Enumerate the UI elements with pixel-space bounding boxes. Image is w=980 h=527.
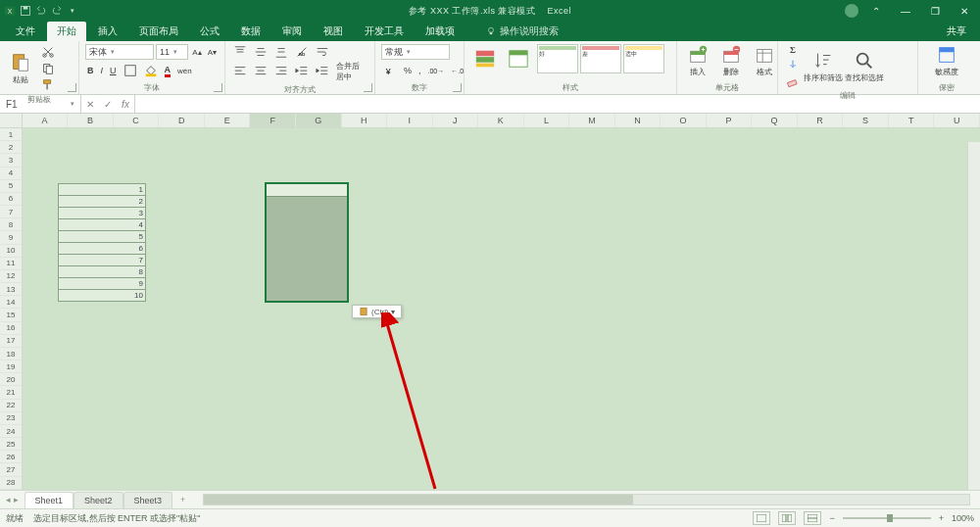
enter-fx-button[interactable]: ✓	[99, 99, 117, 110]
tab-insert[interactable]: 插入	[88, 22, 127, 41]
minimize-button[interactable]: —	[894, 2, 917, 20]
col-header-J[interactable]: J	[433, 114, 479, 127]
row-header-25[interactable]: 25	[0, 438, 22, 451]
hscroll-thumb[interactable]	[204, 495, 632, 504]
font-name-combo[interactable]: 宋体▾	[85, 44, 154, 60]
row-header-6[interactable]: 6	[0, 193, 22, 206]
col-header-O[interactable]: O	[661, 114, 707, 127]
conditional-formatting-button[interactable]	[470, 48, 500, 70]
table-row[interactable]: 9	[58, 278, 146, 290]
table-row[interactable]: 8	[58, 266, 146, 278]
font-dialog-launcher[interactable]	[214, 83, 222, 92]
user-avatar-icon[interactable]	[845, 4, 858, 18]
orientation-button[interactable]: ab	[293, 44, 311, 60]
row-header-9[interactable]: 9	[0, 231, 22, 244]
clear-button[interactable]	[784, 73, 802, 89]
col-header-L[interactable]: L	[524, 114, 570, 127]
zoom-slider[interactable]	[843, 517, 931, 519]
cell-styles-gallery[interactable]: 好 差 适中	[537, 44, 664, 73]
merge-center-button[interactable]: 合并后居中	[334, 60, 368, 83]
zoom-out-button[interactable]: −	[829, 513, 834, 523]
font-size-combo[interactable]: 11▾	[156, 44, 188, 60]
tab-home[interactable]: 开始	[47, 22, 86, 41]
tab-developer[interactable]: 开发工具	[355, 22, 414, 41]
row-header-23[interactable]: 23	[0, 412, 22, 425]
col-header-D[interactable]: D	[159, 114, 205, 127]
col-header-P[interactable]: P	[707, 114, 753, 127]
sheet-tab-2[interactable]: Sheet2	[74, 492, 123, 508]
table-row[interactable]: 3	[58, 208, 146, 219]
row-header-24[interactable]: 24	[0, 425, 22, 438]
format-painter-button[interactable]	[39, 77, 57, 93]
row-header-4[interactable]: 4	[0, 168, 22, 180]
format-cells-button[interactable]: 格式	[750, 44, 779, 77]
col-header-I[interactable]: I	[387, 114, 433, 127]
decrease-decimal-button[interactable]: ←.0	[449, 67, 466, 75]
sheet-nav-buttons[interactable]: ◂ ▸	[0, 495, 24, 504]
fill-button[interactable]	[784, 57, 802, 72]
insert-cells-button[interactable]: 插入	[683, 44, 712, 77]
paste-options-button[interactable]: (Ctrl) ▾	[352, 305, 402, 318]
autosum-button[interactable]: Σ	[784, 44, 802, 56]
zoom-knob[interactable]	[887, 514, 893, 522]
row-header-19[interactable]: 19	[0, 360, 22, 373]
col-header-A[interactable]: A	[23, 114, 69, 127]
row-header-13[interactable]: 13	[0, 283, 22, 296]
table-row[interactable]: 5	[58, 231, 146, 243]
col-header-E[interactable]: E	[205, 114, 251, 127]
row-header-21[interactable]: 21	[0, 386, 22, 399]
undo-icon[interactable]	[35, 5, 47, 17]
row-header-11[interactable]: 11	[0, 258, 22, 270]
align-top-button[interactable]	[231, 44, 249, 60]
view-page-break-button[interactable]	[804, 511, 821, 525]
tab-file[interactable]: 文件	[6, 22, 45, 41]
row-header-17[interactable]: 17	[0, 335, 22, 348]
tab-view[interactable]: 视图	[314, 22, 353, 41]
row-header-2[interactable]: 2	[0, 141, 22, 154]
clipboard-dialog-launcher[interactable]	[68, 83, 76, 92]
format-as-table-button[interactable]	[504, 48, 533, 70]
paste-button[interactable]: 粘贴	[6, 52, 35, 85]
row-header-8[interactable]: 8	[0, 218, 22, 231]
save-icon[interactable]	[20, 5, 31, 17]
row-header-3[interactable]: 3	[0, 154, 22, 167]
phonetic-button[interactable]: wén	[175, 66, 194, 76]
redo-icon[interactable]	[51, 5, 63, 17]
col-header-S[interactable]: S	[843, 114, 889, 127]
align-right-button[interactable]	[272, 64, 290, 79]
table-row[interactable]: 1	[58, 183, 146, 196]
table-row[interactable]: 10	[58, 290, 146, 302]
col-header-K[interactable]: K	[478, 114, 524, 127]
accounting-button[interactable]: ¥	[381, 63, 399, 78]
col-header-U[interactable]: U	[934, 114, 980, 127]
wrap-text-button[interactable]	[314, 44, 331, 60]
table-row[interactable]: 7	[58, 255, 146, 266]
style-bad[interactable]: 差	[580, 44, 621, 73]
sheet-tab-3[interactable]: Sheet3	[123, 492, 173, 508]
delete-cells-button[interactable]: 删除	[716, 44, 746, 77]
alignment-dialog-launcher[interactable]	[364, 83, 372, 92]
tab-addins[interactable]: 加载项	[416, 22, 465, 41]
col-header-R[interactable]: R	[798, 114, 844, 127]
close-button[interactable]: ✕	[953, 2, 976, 20]
bold-button[interactable]: B	[85, 65, 96, 76]
row-header-27[interactable]: 27	[0, 463, 22, 476]
style-neutral[interactable]: 适中	[623, 44, 664, 73]
select-all-corner[interactable]	[0, 114, 23, 127]
font-color-button[interactable]: A	[163, 64, 173, 78]
fill-color-button[interactable]	[142, 63, 160, 78]
number-format-combo[interactable]: 常规▾	[381, 44, 450, 60]
table-row[interactable]: 2	[58, 196, 146, 208]
col-header-T[interactable]: T	[889, 114, 935, 127]
row-header-22[interactable]: 22	[0, 400, 22, 412]
row-header-14[interactable]: 14	[0, 296, 22, 309]
border-button[interactable]	[122, 63, 139, 78]
sort-filter-button[interactable]: 排序和筛选	[804, 50, 843, 83]
row-header-1[interactable]: 1	[0, 128, 22, 141]
col-header-N[interactable]: N	[615, 114, 662, 127]
row-header-15[interactable]: 15	[0, 309, 22, 321]
find-select-button[interactable]: 查找和选择	[845, 50, 884, 83]
row-header-12[interactable]: 12	[0, 270, 22, 283]
row-header-16[interactable]: 16	[0, 322, 22, 335]
row-header-7[interactable]: 7	[0, 206, 22, 218]
